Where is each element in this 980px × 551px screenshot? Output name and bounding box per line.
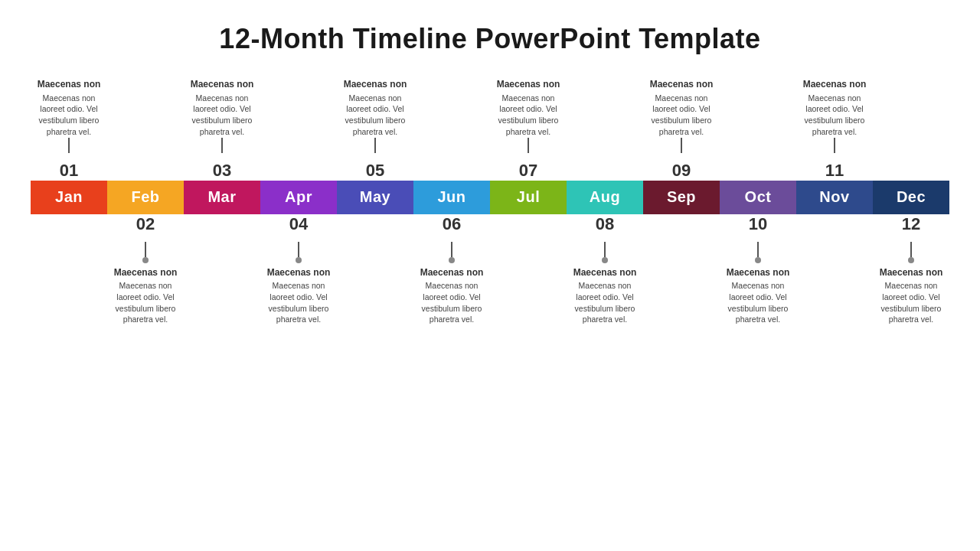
number-bottom-Dec: 12 — [873, 214, 949, 234]
month-block-Nov[interactable]: Nov — [796, 181, 873, 214]
num-label-Jul: 07 — [519, 161, 537, 180]
month-block-Jan[interactable]: Jan — [31, 181, 107, 214]
top-annotation-Sep: Maecenas nonMaecenas non laoreet odio. V… — [643, 78, 720, 138]
slide: 12-Month Timeline PowerPoint Template Ma… — [0, 0, 980, 551]
number-bottom-Apr: 04 — [260, 214, 337, 234]
dot-Oct — [755, 257, 761, 263]
num-label-May: 05 — [366, 161, 384, 180]
month-block-Apr[interactable]: Apr — [260, 181, 337, 214]
num-label-Jan: 01 — [60, 161, 78, 180]
top-annotations: Maecenas nonMaecenas non laoreet odio. V… — [31, 78, 949, 138]
b-annotation-title-Dec: Maecenas non — [874, 266, 948, 279]
number-top-May: 05 — [337, 161, 413, 181]
bottom-tick-Apr — [260, 242, 337, 257]
bottom-tick-Aug — [567, 242, 643, 257]
dot-cell-May — [337, 257, 413, 263]
number-top-Jul: 07 — [490, 161, 567, 181]
number-top-Mar: 03 — [184, 161, 260, 181]
month-block-Dec[interactable]: Dec — [873, 181, 949, 214]
dot-cell-Aug — [567, 257, 643, 263]
page-title: 12-Month Timeline PowerPoint Template — [31, 23, 949, 55]
dot-cell-Feb — [107, 257, 184, 263]
b-annotation-title-Aug: Maecenas non — [568, 266, 642, 279]
num-label-b-Aug: 08 — [596, 214, 614, 233]
bottom-annotations: Maecenas nonMaecenas non laoreet odio. V… — [31, 266, 949, 326]
number-bottom-Feb: 02 — [107, 214, 184, 234]
month-block-Jul[interactable]: Jul — [490, 181, 567, 214]
numbers-bottom: 020406081012 — [31, 214, 949, 242]
annotation-title-Mar: Maecenas non — [185, 78, 259, 91]
bottom-annotation-Aug: Maecenas nonMaecenas non laoreet odio. V… — [567, 266, 643, 326]
bottom-tick-Oct — [720, 242, 796, 257]
dot-Apr — [296, 257, 302, 263]
num-label-Sep: 09 — [672, 161, 691, 180]
b-annotation-title-Feb: Maecenas non — [109, 266, 182, 279]
b-annotation-text-Oct: Maecenas non laoreet odio. Vel vestibulu… — [721, 280, 795, 325]
month-block-Aug[interactable]: Aug — [567, 181, 643, 214]
b-annotation-text-Jun: Maecenas non laoreet odio. Vel vestibulu… — [415, 280, 488, 325]
bottom-annotation-Oct: Maecenas nonMaecenas non laoreet odio. V… — [720, 266, 796, 326]
numbers-top: 010305070911 — [31, 153, 949, 181]
annotation-title-Nov: Maecenas non — [798, 78, 871, 91]
month-block-May[interactable]: May — [337, 181, 413, 214]
top-annotation-Jul: Maecenas nonMaecenas non laoreet odio. V… — [490, 78, 567, 138]
month-block-Feb[interactable]: Feb — [107, 181, 184, 214]
dot-Jun — [449, 257, 455, 263]
annotation-title-May: Maecenas non — [338, 78, 412, 91]
month-block-Mar[interactable]: Mar — [184, 181, 260, 214]
annotation-title-Sep: Maecenas non — [645, 78, 718, 91]
top-annotation-May: Maecenas nonMaecenas non laoreet odio. V… — [337, 78, 413, 138]
dot-row — [31, 257, 949, 263]
number-bottom-Jun: 06 — [413, 214, 490, 234]
annotation-text-Mar: Maecenas non laoreet odio. Vel vestibulu… — [185, 93, 259, 138]
number-top-Nov: 11 — [796, 161, 873, 181]
dot-Aug — [602, 257, 608, 263]
month-block-Oct[interactable]: Oct — [720, 181, 796, 214]
annotation-text-May: Maecenas non laoreet odio. Vel vestibulu… — [338, 93, 412, 138]
number-bottom-Oct: 10 — [720, 214, 796, 234]
timeline-container: Maecenas nonMaecenas non laoreet odio. V… — [31, 78, 949, 325]
num-label-b-Apr: 04 — [289, 214, 308, 233]
b-annotation-title-Jun: Maecenas non — [415, 266, 488, 279]
month-block-Jun[interactable]: Jun — [413, 181, 490, 214]
dot-cell-Jul — [490, 257, 567, 263]
bottom-tick-Dec — [873, 242, 949, 257]
top-annotation-Jan: Maecenas nonMaecenas non laoreet odio. V… — [31, 78, 107, 138]
top-tick-Sep — [643, 138, 720, 153]
b-annotation-text-Apr: Maecenas non laoreet odio. Vel vestibulu… — [262, 280, 335, 325]
dot-cell-Dec — [873, 257, 949, 263]
number-top-Jan: 01 — [31, 161, 107, 181]
months-row: JanFebMarAprMayJunJulAugSepOctNovDec — [31, 181, 949, 214]
bottom-annotation-Dec: Maecenas nonMaecenas non laoreet odio. V… — [873, 266, 949, 326]
bottom-annotation-Feb: Maecenas nonMaecenas non laoreet odio. V… — [107, 266, 184, 326]
annotation-title-Jul: Maecenas non — [492, 78, 565, 91]
b-annotation-text-Feb: Maecenas non laoreet odio. Vel vestibulu… — [109, 280, 182, 325]
annotation-text-Jan: Maecenas non laoreet odio. Vel vestibulu… — [32, 93, 106, 138]
b-annotation-title-Apr: Maecenas non — [262, 266, 335, 279]
num-label-b-Dec: 12 — [902, 214, 920, 233]
num-label-b-Jun: 06 — [443, 214, 461, 233]
top-tick-Jul — [490, 138, 567, 153]
top-tick-Jan — [31, 138, 107, 153]
number-bottom-Aug: 08 — [567, 214, 643, 234]
num-label-Nov: 11 — [825, 161, 844, 180]
top-tick-row — [31, 138, 949, 153]
b-annotation-title-Oct: Maecenas non — [721, 266, 795, 279]
dot-Dec — [908, 257, 914, 263]
month-block-Sep[interactable]: Sep — [643, 181, 720, 214]
b-annotation-text-Dec: Maecenas non laoreet odio. Vel vestibulu… — [874, 280, 948, 325]
bottom-annotation-Jun: Maecenas nonMaecenas non laoreet odio. V… — [413, 266, 490, 326]
num-label-b-Oct: 10 — [749, 214, 767, 233]
bottom-tick-Feb — [107, 242, 184, 257]
dot-Feb — [142, 257, 149, 263]
b-annotation-text-Aug: Maecenas non laoreet odio. Vel vestibulu… — [568, 280, 642, 325]
number-top-Sep: 09 — [643, 161, 720, 181]
dot-cell-Mar — [184, 257, 260, 263]
top-annotation-Mar: Maecenas nonMaecenas non laoreet odio. V… — [184, 78, 260, 138]
bottom-annotation-Apr: Maecenas nonMaecenas non laoreet odio. V… — [260, 266, 337, 326]
top-tick-May — [337, 138, 413, 153]
annotation-text-Sep: Maecenas non laoreet odio. Vel vestibulu… — [645, 93, 718, 138]
num-label-Mar: 03 — [213, 161, 231, 180]
num-label-b-Feb: 02 — [136, 214, 155, 233]
dot-cell-Jun — [413, 257, 490, 263]
